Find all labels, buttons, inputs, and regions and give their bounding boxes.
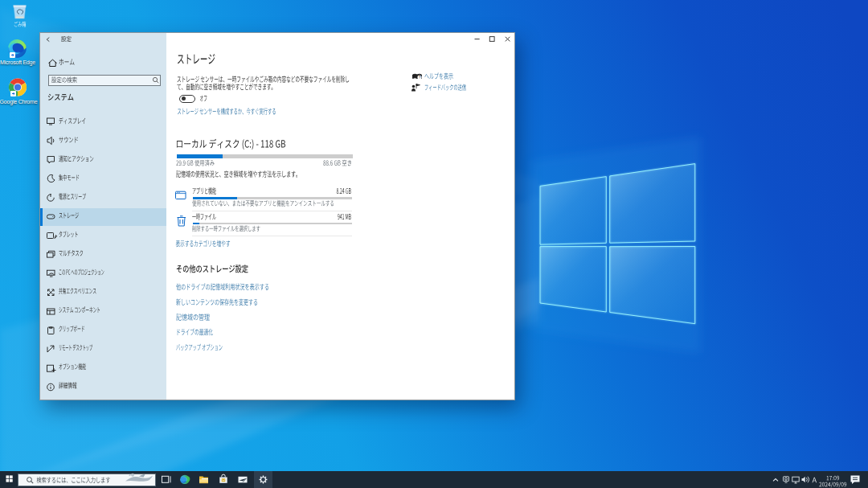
svg-text:?: ?	[419, 76, 421, 80]
